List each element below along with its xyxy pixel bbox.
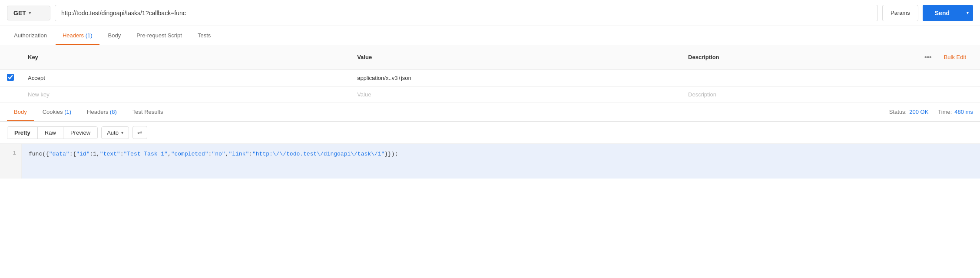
params-button[interactable]: Params	[882, 5, 918, 21]
resp-tab-body-label: Body	[14, 109, 27, 115]
tab-prerequest[interactable]: Pre-request Script	[129, 27, 189, 45]
row-key: Accept	[21, 70, 350, 87]
row-description	[681, 70, 917, 87]
tab-headers-badge: (1)	[86, 32, 93, 39]
body-toolbar: Pretty Raw Preview Auto ▾ ⇌	[0, 122, 980, 144]
resp-tab-headers-badge: (8)	[110, 109, 117, 115]
new-desc-placeholder: Description	[688, 91, 716, 98]
tab-authorization-label: Authorization	[14, 32, 47, 39]
wrap-button[interactable]: ⇌	[132, 126, 147, 139]
headers-table: Key Value Description ••• Bulk Edit Ac	[0, 45, 980, 103]
new-value-cell: Value	[350, 87, 681, 103]
format-chevron: ▾	[121, 130, 123, 135]
line-numbers: 1	[0, 144, 22, 179]
th-actions: ••• Bulk Edit	[917, 45, 980, 70]
tab-body-label: Body	[108, 32, 121, 39]
request-tabs: Authorization Headers (1) Body Pre-reque…	[0, 26, 980, 45]
line-number-1: 1	[13, 150, 16, 156]
th-description: Description	[681, 45, 917, 70]
resp-tab-cookies-label: Cookies	[43, 109, 65, 115]
view-button-group: Pretty Raw Preview	[7, 126, 98, 139]
resp-tab-headers-label: Headers	[87, 109, 110, 115]
th-checkbox	[0, 45, 21, 70]
new-value-placeholder: Value	[357, 91, 371, 98]
new-row-checkbox-cell	[0, 87, 21, 103]
response-tabs: Body Cookies (1) Headers (8) Test Result…	[0, 103, 980, 122]
code-output-area: 1 func({"data":{"id":1,"text":"Test Task…	[0, 144, 980, 179]
method-label: GET	[13, 10, 26, 17]
resp-tab-body[interactable]: Body	[7, 103, 34, 121]
view-raw-button[interactable]: Raw	[38, 127, 63, 139]
new-key-cell: New key	[21, 87, 350, 103]
method-selector[interactable]: GET ▾	[7, 6, 50, 20]
view-preview-button[interactable]: Preview	[63, 127, 97, 139]
row-actions	[917, 70, 980, 87]
tab-tests[interactable]: Tests	[191, 27, 218, 45]
new-key-row: New key Value Description	[0, 87, 980, 103]
th-value: Value	[350, 45, 681, 70]
tab-headers[interactable]: Headers (1)	[56, 27, 99, 45]
tab-tests-label: Tests	[198, 32, 211, 39]
send-button[interactable]: Send	[923, 5, 962, 21]
format-label: Auto	[107, 129, 119, 136]
top-bar: GET ▾ Params Send ▾	[0, 0, 980, 26]
tab-authorization[interactable]: Authorization	[7, 27, 54, 45]
new-row-actions	[917, 87, 980, 103]
method-chevron: ▾	[29, 10, 31, 15]
resp-tab-cookies-badge: (1)	[64, 109, 71, 115]
tab-headers-label: Headers	[63, 32, 86, 39]
new-desc-cell: Description	[681, 87, 917, 103]
row-checkbox[interactable]	[7, 74, 14, 81]
resp-tab-test-results[interactable]: Test Results	[126, 103, 170, 121]
url-input[interactable]	[55, 5, 878, 21]
table-row: Accept application/x..v3+json	[0, 70, 980, 87]
wrap-icon: ⇌	[137, 129, 142, 136]
send-dropdown-button[interactable]: ▾	[962, 5, 973, 21]
time-label: Time:	[938, 109, 952, 115]
view-pretty-button[interactable]: Pretty	[7, 127, 38, 139]
resp-status-info: Status: 200 OK Time: 480 ms	[889, 109, 973, 115]
bulk-edit-button[interactable]: Bulk Edit	[937, 50, 973, 65]
status-value: 200 OK	[909, 109, 928, 115]
send-dropdown-icon: ▾	[967, 10, 969, 15]
format-selector[interactable]: Auto ▾	[101, 126, 129, 139]
row-checkbox-cell	[0, 70, 21, 87]
status-label: Status:	[889, 109, 907, 115]
tab-body[interactable]: Body	[101, 27, 128, 45]
more-icon[interactable]: •••	[924, 53, 932, 61]
code-line-1: func({"data":{"id":1,"text":"Test Task 1…	[29, 151, 398, 157]
tab-prerequest-label: Pre-request Script	[136, 32, 182, 39]
send-button-group: Send ▾	[923, 5, 973, 21]
resp-tab-test-results-label: Test Results	[132, 109, 163, 115]
time-value: 480 ms	[954, 109, 973, 115]
new-key-placeholder: New key	[28, 91, 50, 98]
row-value: application/x..v3+json	[350, 70, 681, 87]
th-key: Key	[21, 45, 350, 70]
code-content: func({"data":{"id":1,"text":"Test Task 1…	[22, 144, 980, 179]
resp-tab-cookies[interactable]: Cookies (1)	[36, 103, 78, 121]
resp-tab-headers[interactable]: Headers (8)	[80, 103, 124, 121]
